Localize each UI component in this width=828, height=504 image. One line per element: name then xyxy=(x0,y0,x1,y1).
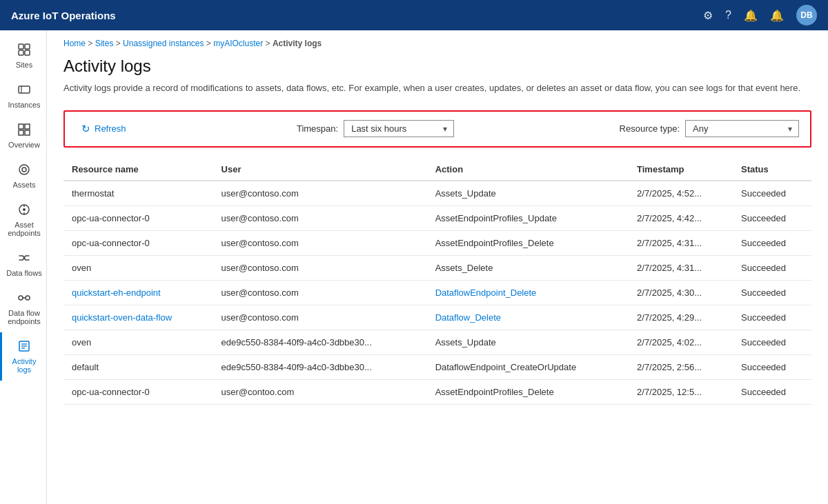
resource-type-select[interactable]: Any Asset AssetEndpointProfile DataflowE… xyxy=(685,120,799,137)
svg-rect-9 xyxy=(25,130,30,135)
instances-icon xyxy=(17,83,31,99)
data-flows-icon xyxy=(17,251,31,267)
cell-status: Succeeded xyxy=(733,330,811,354)
table-row: opc-ua-connector-0user@contoso.comAssetE… xyxy=(63,230,811,255)
sites-icon xyxy=(17,43,31,59)
cell-user: ede9c550-8384-40f9-a4c0-3dbbe30... xyxy=(213,330,427,354)
filter-bar: ↻ Refresh Timespan: Last hour Last six h… xyxy=(63,110,811,148)
table-row: ovenede9c550-8384-40f9-a4c0-3dbbe30...As… xyxy=(63,330,811,354)
sidebar-item-asset-endpoints[interactable]: Asset endpoints xyxy=(0,196,46,244)
resource-type-select-wrapper: Any Asset AssetEndpointProfile DataflowE… xyxy=(685,120,799,137)
svg-point-13 xyxy=(23,208,26,211)
sidebar-item-instances[interactable]: Instances xyxy=(0,76,46,116)
cell-resource-name: oven xyxy=(63,255,213,280)
cell-user: user@contoso.com xyxy=(213,255,427,280)
timespan-label: Timespan: xyxy=(297,123,338,134)
activity-logs-table: Resource name User Action Timestamp Stat… xyxy=(63,159,811,405)
sidebar-item-activity-logs[interactable]: Activity logs xyxy=(0,332,46,381)
cell-user: user@contoso.com xyxy=(213,305,427,330)
cell-action: AssetEndpointProfiles_Delete xyxy=(427,230,629,255)
breadcrumb-cluster[interactable]: myAIOcluster xyxy=(213,39,263,48)
table-row: thermostatuser@contoso.comAssets_Update2… xyxy=(63,181,811,206)
cell-user: user@contoso.com xyxy=(213,205,427,230)
cell-timestamp: 2/7/2025, 4:02... xyxy=(629,330,733,354)
timespan-select[interactable]: Last hour Last six hours Last 24 hours L… xyxy=(344,120,454,137)
sidebar: Sites Instances Overview Assets Asset en… xyxy=(0,30,47,504)
table-row: defaultede9c550-8384-40f9-a4c0-3dbbe30..… xyxy=(63,354,811,379)
breadcrumb-home[interactable]: Home xyxy=(63,39,86,48)
breadcrumb-current: Activity logs xyxy=(273,39,322,48)
breadcrumb-sites[interactable]: Sites xyxy=(95,39,114,48)
cell-status: Succeeded xyxy=(733,255,811,280)
sidebar-label-activity-logs: Activity logs xyxy=(5,357,43,374)
cell-timestamp: 2/7/2025, 4:31... xyxy=(629,255,733,280)
top-nav: Azure IoT Operations ⚙ ? 🔔 🔔 DB xyxy=(0,0,828,30)
timespan-select-wrapper: Last hour Last six hours Last 24 hours L… xyxy=(344,120,454,137)
cell-timestamp: 2/7/2025, 4:30... xyxy=(629,280,733,305)
sidebar-label-overview: Overview xyxy=(8,141,40,149)
sidebar-item-data-flows[interactable]: Data flows xyxy=(0,244,46,284)
cell-resource-name: oven xyxy=(63,330,213,354)
refresh-icon: ↻ xyxy=(81,123,90,135)
sidebar-item-assets[interactable]: Assets xyxy=(0,156,46,196)
col-status: Status xyxy=(733,159,811,181)
table-container: Resource name User Action Timestamp Stat… xyxy=(47,159,828,405)
cell-timestamp: 2/7/2025, 4:52... xyxy=(629,181,733,206)
cell-status: Succeeded xyxy=(733,379,811,404)
sidebar-label-sites: Sites xyxy=(16,61,32,69)
cell-user: user@contoo.com xyxy=(213,379,427,404)
svg-rect-3 xyxy=(25,50,30,55)
breadcrumb-unassigned-instances[interactable]: Unassigned instances xyxy=(123,39,204,48)
table-row: quickstart-eh-endpointuser@contoso.comDa… xyxy=(63,280,811,305)
cell-action: AssetEndpointProfiles_Delete xyxy=(427,379,629,404)
data-flow-endpoints-icon xyxy=(17,291,31,307)
page-title: Activity logs xyxy=(63,57,811,76)
cell-status: Succeeded xyxy=(733,280,811,305)
col-timestamp: Timestamp xyxy=(629,159,733,181)
sidebar-label-instances: Instances xyxy=(8,101,40,109)
cell-user: ede9c550-8384-40f9-a4c0-3dbbe30... xyxy=(213,354,427,379)
refresh-button[interactable]: ↻ Refresh xyxy=(76,120,132,138)
bell-icon[interactable]: 🔔 xyxy=(770,9,784,22)
activity-logs-icon xyxy=(17,339,31,355)
sidebar-label-assets: Assets xyxy=(12,181,35,189)
svg-rect-2 xyxy=(19,50,23,55)
page-header: Activity logs Activity logs provide a re… xyxy=(47,51,828,99)
avatar[interactable]: DB xyxy=(796,5,817,26)
cell-action[interactable]: Dataflow_Delete xyxy=(427,305,629,330)
cell-resource-name[interactable]: quickstart-oven-data-flow xyxy=(63,305,213,330)
cell-timestamp: 2/7/2025, 12:5... xyxy=(629,379,733,404)
cell-status: Succeeded xyxy=(733,230,811,255)
cell-user: user@contoso.com xyxy=(213,181,427,206)
table-row: ovenuser@contoso.comAssets_Delete2/7/202… xyxy=(63,255,811,280)
help-icon[interactable]: ? xyxy=(725,9,731,21)
cell-user: user@contoso.com xyxy=(213,230,427,255)
cell-timestamp: 2/7/2025, 4:42... xyxy=(629,205,733,230)
cell-timestamp: 2/7/2025, 4:29... xyxy=(629,305,733,330)
table-row: opc-ua-connector-0user@contoo.comAssetEn… xyxy=(63,379,811,404)
cell-status: Succeeded xyxy=(733,205,811,230)
page-description: Activity logs provide a record of modifi… xyxy=(63,81,811,95)
sidebar-item-sites[interactable]: Sites xyxy=(0,36,46,76)
svg-rect-8 xyxy=(19,130,23,135)
settings-icon[interactable]: ⚙ xyxy=(703,9,713,22)
cell-status: Succeeded xyxy=(733,305,811,330)
sidebar-label-data-flows: Data flows xyxy=(6,269,41,277)
svg-rect-4 xyxy=(19,86,30,93)
resource-type-filter-group: Resource type: Any Asset AssetEndpointPr… xyxy=(620,120,799,137)
cell-action: DataflowEndpoint_CreateOrUpdate xyxy=(427,354,629,379)
sidebar-item-overview[interactable]: Overview xyxy=(0,116,46,156)
cell-resource-name[interactable]: quickstart-eh-endpoint xyxy=(63,280,213,305)
col-resource-name: Resource name xyxy=(63,159,213,181)
sidebar-item-data-flow-endpoints[interactable]: Data flow endpoints xyxy=(0,284,46,332)
feedback-icon[interactable]: 🔔 xyxy=(744,9,758,22)
cell-action: Assets_Update xyxy=(427,181,629,206)
layout: Sites Instances Overview Assets Asset en… xyxy=(0,30,828,504)
table-row: quickstart-oven-data-flowuser@contoso.co… xyxy=(63,305,811,330)
cell-timestamp: 2/7/2025, 4:31... xyxy=(629,230,733,255)
cell-resource-name: default xyxy=(63,354,213,379)
cell-action: Assets_Update xyxy=(427,330,629,354)
refresh-label: Refresh xyxy=(95,123,126,134)
cell-status: Succeeded xyxy=(733,354,811,379)
cell-action[interactable]: DataflowEndpoint_Delete xyxy=(427,280,629,305)
